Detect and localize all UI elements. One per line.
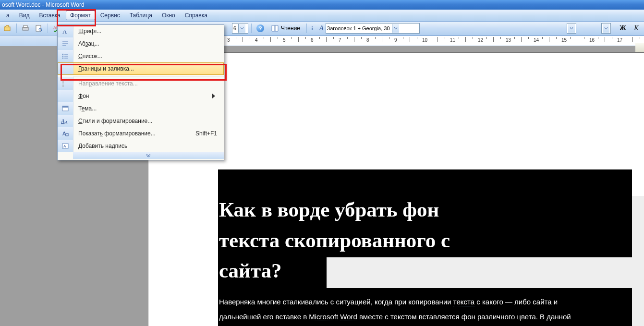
reveal-icon: A <box>58 127 73 140</box>
menu-item-shortcut: Shift+F1 <box>195 130 224 137</box>
aa-icon: AA <box>58 115 73 127</box>
reading-layout-label: Чтение <box>281 25 300 32</box>
menu-item[interactable]: Вид <box>15 11 34 20</box>
menu-item-границы-и-заливка-[interactable]: Границы и заливка... <box>58 62 224 75</box>
menu-item-стили-и-форматирование-[interactable]: AAСтили и форматирование... <box>58 115 224 127</box>
document-paragraph: Наверняка многие сталкивались с ситуацие… <box>219 295 632 326</box>
ruler-number: 9 <box>394 37 397 43</box>
ruler-number: 15 <box>561 37 567 43</box>
menu-item[interactable]: Таблица <box>125 11 157 20</box>
menu-item-шрифт-[interactable]: AШрифт... <box>58 25 224 37</box>
open-icon[interactable] <box>2 23 13 34</box>
menu-item-label: Добавить надпись <box>73 143 224 149</box>
help-icon[interactable]: ? <box>255 23 266 34</box>
generic-combo[interactable] <box>601 23 611 34</box>
menu-item[interactable]: Вставка <box>35 11 65 20</box>
menu-item-label: Шрифт... <box>73 28 224 35</box>
bold-button[interactable]: Ж <box>617 23 629 34</box>
style-aa-icon[interactable]: A <box>319 24 324 32</box>
svg-point-17 <box>62 58 63 59</box>
horizontal-ruler[interactable]: 34567891011121314151617 <box>224 36 644 46</box>
ruler-number: 7 <box>339 37 341 43</box>
svg-text:ll: ll <box>62 81 64 84</box>
menu-item-label: Направление текста... <box>73 80 224 87</box>
paragraph-fragment: дальнейшей его вставке в <box>219 313 309 321</box>
ruler-number: 13 <box>506 37 511 43</box>
heading-line: Как в ворде убрать фон <box>219 198 439 221</box>
svg-point-6 <box>312 26 313 27</box>
title-bar: osoft Word.doc - Microsoft Word <box>0 0 644 10</box>
paragraph-fragment: текста <box>453 298 474 306</box>
svg-rect-26 <box>66 133 68 136</box>
menu-item-показать-форматирование-[interactable]: AПоказать форматирование...Shift+F1 <box>58 127 224 140</box>
list-icon <box>58 50 73 62</box>
print-icon[interactable] <box>20 23 31 34</box>
style-combo[interactable]: Заголовок 1 + Georgia, 30 <box>326 23 420 34</box>
menu-item-абзац-[interactable]: Абзац... <box>58 37 224 50</box>
paragraph-fragment: Наверняка многие сталкивались с ситуацие… <box>219 298 453 306</box>
menu-item-направление-текста-: llllНаправление текста... <box>58 77 224 90</box>
menu-bar: аВидВставкаФорматСервисТаблицаОкноСправк… <box>0 10 644 22</box>
ruler-end-cap <box>635 43 644 52</box>
menu-item-тема-[interactable]: Тема... <box>58 102 224 115</box>
chevron-down-icon <box>568 24 575 33</box>
book-icon <box>271 25 279 32</box>
ruler-number: 8 <box>366 37 369 43</box>
ruler-number: 12 <box>478 37 483 43</box>
menu-item-label: Список... <box>73 53 224 60</box>
menu-item-label: Фон <box>73 93 212 99</box>
paragraph-fragment: Microsoft <box>309 313 338 321</box>
svg-rect-22 <box>62 106 68 108</box>
paragraph-fragment: вместе с текстом вставляется фон различн… <box>357 313 571 321</box>
svg-text:A: A <box>64 120 68 125</box>
chevron-down-icon <box>603 24 609 33</box>
menu-item[interactable]: Справка <box>181 11 212 20</box>
menu-item[interactable]: Окно <box>158 11 180 20</box>
menu-item-добавить-надпись[interactable]: AДобавить надпись <box>58 140 224 152</box>
theme-icon <box>58 102 73 115</box>
svg-point-8 <box>312 29 313 30</box>
print-preview-icon[interactable] <box>33 23 45 34</box>
ruler-number: 14 <box>534 37 539 43</box>
reading-layout-button[interactable]: Чтение <box>268 24 304 33</box>
menu-item-фон[interactable]: Фон <box>58 90 224 102</box>
expand-menu-icon[interactable] <box>73 152 224 159</box>
menu-item-label: Стили и форматирование... <box>73 118 224 124</box>
format-menu-dropdown: AШрифт...Абзац...Список...Границы и зали… <box>57 24 224 160</box>
paragraph-fragment: с какого — либо сайта и <box>474 298 558 306</box>
font-size-combo[interactable] <box>567 23 576 34</box>
svg-point-7 <box>312 28 313 29</box>
style-combo-value: Заголовок 1 + Georgia, 30 <box>327 25 390 31</box>
menu-item-label: Показать форматирование... <box>73 130 195 137</box>
para-icon <box>58 37 73 50</box>
ruler-number: 6 <box>311 37 314 43</box>
svg-text:A: A <box>61 118 65 124</box>
menu-item[interactable]: Сервис <box>96 11 124 20</box>
svg-text:A: A <box>62 28 67 35</box>
ruler-number: 11 <box>450 37 455 43</box>
menu-item[interactable]: Формат <box>66 11 95 20</box>
font-icon: A <box>58 25 73 37</box>
italic-button[interactable]: К <box>631 23 642 34</box>
blank-icon <box>58 62 73 75</box>
menu-item[interactable]: а <box>2 11 14 20</box>
blank-icon <box>58 90 73 102</box>
textbox-icon: A <box>58 140 73 152</box>
ruler-number: 4 <box>255 37 258 43</box>
svg-text:ll: ll <box>62 84 64 87</box>
menu-item-label: Абзац... <box>73 40 224 47</box>
zoom-combo[interactable]: 6 <box>232 23 248 34</box>
submenu-arrow-icon <box>212 94 224 98</box>
heading-line: сайта? <box>219 259 282 282</box>
chevron-down-icon <box>238 24 245 33</box>
dir-icon: llll <box>58 77 73 90</box>
window-title: osoft Word.doc - Microsoft Word <box>2 1 85 8</box>
svg-rect-1 <box>23 27 28 30</box>
ruler-number: 17 <box>617 37 622 43</box>
svg-rect-2 <box>24 25 27 27</box>
toolbar-overflow-icon[interactable] <box>310 23 315 34</box>
chevron-down-icon <box>392 24 399 33</box>
paragraph-fragment: Word <box>340 313 357 321</box>
menu-item-список-[interactable]: Список... <box>58 50 224 62</box>
svg-point-13 <box>62 54 63 55</box>
